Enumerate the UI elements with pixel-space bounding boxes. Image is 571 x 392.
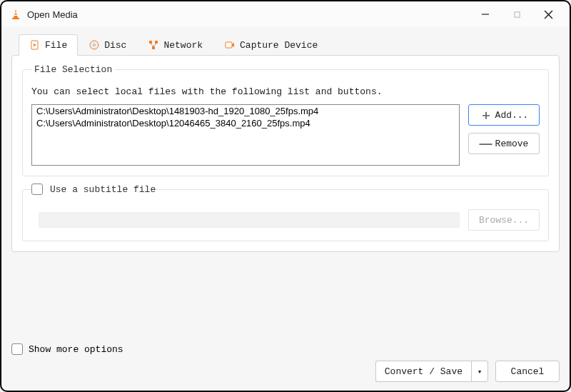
list-item[interactable]: C:\Users\Administrator\Desktop\1481903-h… bbox=[32, 105, 459, 117]
show-more-label: Show more options bbox=[29, 344, 123, 355]
browse-button: Browse... bbox=[468, 209, 540, 231]
disc-icon bbox=[89, 39, 100, 51]
svg-rect-3 bbox=[12, 18, 19, 19]
plus-icon: ＋ bbox=[480, 109, 492, 121]
add-button[interactable]: ＋ Add... bbox=[468, 104, 540, 126]
network-icon bbox=[148, 39, 159, 51]
remove-button-label: Remove bbox=[495, 139, 529, 149]
svg-marker-0 bbox=[14, 9, 18, 18]
subtitle-group: Use a subtitle file Browse... bbox=[22, 184, 549, 241]
minus-icon: — bbox=[480, 137, 492, 150]
maximize-button[interactable] bbox=[501, 4, 532, 25]
content-area: File Disc Network Capture Device bbox=[1, 27, 570, 339]
browse-button-label: Browse... bbox=[479, 215, 529, 226]
tabs: File Disc Network Capture Device bbox=[19, 34, 560, 55]
tab-panel-file: File Selection You can select local file… bbox=[11, 55, 560, 252]
show-more-checkbox[interactable] bbox=[11, 343, 23, 355]
add-button-label: Add... bbox=[495, 110, 529, 121]
subtitle-path-input bbox=[39, 212, 460, 228]
tab-disc[interactable]: Disc bbox=[78, 34, 137, 55]
file-icon bbox=[29, 39, 41, 51]
file-selection-group: File Selection You can select local file… bbox=[22, 64, 549, 176]
svg-line-16 bbox=[153, 44, 156, 46]
file-selection-legend: File Selection bbox=[31, 64, 115, 75]
svg-rect-17 bbox=[226, 42, 232, 48]
tab-file[interactable]: File bbox=[19, 34, 78, 56]
cancel-button[interactable]: Cancel bbox=[495, 361, 560, 382]
svg-rect-14 bbox=[152, 46, 155, 49]
file-list[interactable]: C:\Users\Administrator\Desktop\1481903-h… bbox=[31, 104, 460, 166]
list-item[interactable]: C:\Users\Administrator\Desktop\12046465_… bbox=[32, 117, 459, 129]
svg-rect-5 bbox=[514, 11, 519, 16]
svg-rect-12 bbox=[149, 41, 152, 44]
tab-network[interactable]: Network bbox=[137, 34, 213, 55]
subtitle-label: Use a subtitle file bbox=[50, 184, 156, 195]
vlc-cone-icon bbox=[10, 9, 21, 20]
cancel-label: Cancel bbox=[511, 366, 545, 377]
close-button[interactable] bbox=[532, 4, 564, 25]
convert-save-label: Convert / Save bbox=[385, 366, 463, 377]
svg-line-15 bbox=[151, 44, 153, 46]
tab-file-label: File bbox=[45, 40, 67, 51]
titlebar: Open Media bbox=[1, 1, 570, 27]
svg-point-11 bbox=[94, 44, 96, 46]
chevron-down-icon: ▾ bbox=[477, 367, 482, 376]
convert-save-splitbutton: Convert / Save ▾ bbox=[375, 361, 488, 382]
tab-capture-label: Capture Device bbox=[240, 40, 318, 51]
file-selection-help: You can select local files with the foll… bbox=[31, 86, 540, 97]
tab-network-label: Network bbox=[163, 40, 203, 51]
tab-disc-label: Disc bbox=[104, 40, 126, 51]
svg-rect-2 bbox=[14, 15, 18, 16]
bottom-bar: Show more options Convert / Save ▾ Cance… bbox=[1, 339, 570, 391]
tab-capture[interactable]: Capture Device bbox=[213, 34, 328, 55]
svg-rect-13 bbox=[155, 41, 158, 44]
open-media-window: Open Media File Disc bbox=[0, 0, 571, 392]
minimize-button[interactable] bbox=[470, 4, 501, 25]
capture-icon bbox=[224, 39, 236, 51]
remove-button[interactable]: — Remove bbox=[468, 133, 540, 154]
svg-rect-1 bbox=[14, 12, 18, 14]
convert-save-button[interactable]: Convert / Save bbox=[375, 361, 471, 382]
subtitle-checkbox[interactable] bbox=[31, 184, 43, 195]
convert-save-dropdown[interactable]: ▾ bbox=[471, 361, 488, 382]
window-title: Open Media bbox=[27, 9, 78, 20]
